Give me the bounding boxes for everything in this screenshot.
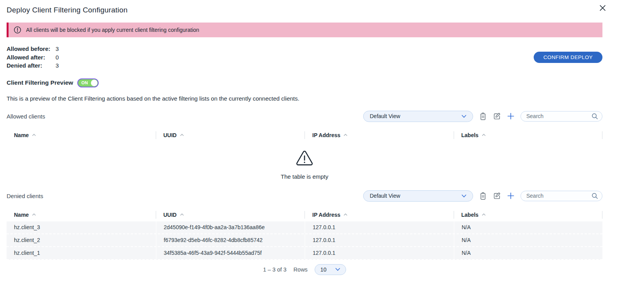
chevron-down-icon (461, 115, 466, 118)
close-icon[interactable] (599, 4, 607, 12)
stat-label: Allowed before: (7, 45, 56, 53)
chevron-down-icon (461, 194, 466, 198)
sort-caret-icon (343, 213, 348, 216)
edit-icon (493, 112, 501, 120)
sort-caret-icon (32, 134, 36, 136)
preview-toggle-label: Client Filtering Preview (7, 79, 73, 86)
cell-uuid: 2d45090e-f149-4f0b-aa2a-3a7b136aa86e (156, 221, 305, 233)
deploy-client-filtering-dialog: Deploy Client Filtering Configuration Al… (7, 0, 602, 275)
sort-caret-icon (343, 134, 348, 136)
trash-icon (479, 192, 487, 200)
preview-description: This is a preview of the Client Filterin… (7, 95, 602, 102)
alert-text: All clients will be blocked if you apply… (26, 27, 199, 33)
plus-icon (507, 113, 514, 120)
sort-caret-icon (32, 213, 36, 216)
column-header-ip[interactable]: IP Address (305, 211, 454, 219)
cell-ip: 127.0.0.1 (305, 234, 454, 246)
rows-per-page-label: Rows (294, 266, 308, 273)
cell-ip: 127.0.0.1 (305, 247, 454, 259)
pagination: 1 – 3 of 3 Rows 10 (7, 264, 602, 275)
stat-allowed-after: Allowed after: 0 (7, 53, 602, 62)
empty-table-text: The table is empty (7, 173, 602, 180)
sort-caret-icon (180, 134, 184, 136)
search-icon (592, 193, 598, 199)
page-range-label: 1 – 3 of 3 (263, 266, 286, 273)
alert-circle-icon (14, 26, 21, 34)
search-icon (592, 113, 598, 120)
add-view-button[interactable] (507, 192, 514, 199)
empty-table-state: The table is empty (7, 140, 602, 180)
edit-icon (493, 192, 501, 200)
chevron-down-icon (335, 268, 340, 271)
allowed-search-input[interactable] (526, 113, 592, 119)
stat-allowed-before: Allowed before: 3 (7, 45, 602, 53)
allowed-view-select[interactable]: Default View (363, 111, 473, 122)
rows-per-page-select[interactable]: 10 (315, 264, 346, 275)
client-filtering-preview-toggle[interactable]: ON (77, 78, 99, 87)
column-header-name[interactable]: Name (7, 131, 156, 139)
column-header-labels[interactable]: Labels (454, 211, 603, 219)
denied-clients-controls: Default View (363, 190, 602, 202)
edit-view-button[interactable] (493, 112, 501, 120)
table-row[interactable]: hz.client_1 34f5385a-46f5-43a9-942f-5444… (7, 247, 602, 260)
page-title: Deploy Client Filtering Configuration (7, 0, 602, 14)
warning-banner: All clients will be blocked if you apply… (7, 23, 602, 37)
allowed-search-box (520, 111, 602, 122)
stat-label: Denied after: (7, 61, 56, 70)
plus-icon (507, 192, 514, 199)
allowed-clients-controls: Default View (363, 111, 602, 122)
denied-clients-title: Denied clients (7, 193, 43, 199)
cell-ip: 127.0.0.1 (305, 221, 454, 233)
toggle-knob (91, 80, 97, 86)
stat-label: Allowed after: (7, 53, 56, 62)
client-filtering-preview-row: Client Filtering Preview ON (7, 78, 602, 87)
denied-search-input[interactable] (526, 193, 592, 199)
denied-clients-section-head: Denied clients Default View (7, 190, 602, 202)
view-select-value: Default View (370, 113, 400, 119)
cell-labels: N/A (454, 234, 603, 246)
delete-view-button[interactable] (479, 112, 487, 120)
cell-uuid: 34f5385a-46f5-43a9-942f-5444b55ad75f (156, 247, 305, 259)
column-header-labels[interactable]: Labels (454, 131, 603, 139)
warning-triangle-icon (296, 150, 313, 166)
table-row[interactable]: hz.client_2 f6793e92-d5eb-46fc-8282-4db8… (7, 234, 602, 247)
delete-view-button[interactable] (479, 192, 487, 200)
view-select-value: Default View (370, 193, 400, 199)
allowed-table-header: Name UUID IP Address Labels (7, 130, 602, 140)
stat-value: 3 (56, 45, 59, 53)
sort-caret-icon (482, 213, 486, 216)
sort-caret-icon (180, 213, 184, 216)
stat-value: 3 (56, 61, 59, 70)
cell-labels: N/A (454, 221, 603, 233)
stat-denied-after: Denied after: 3 (7, 61, 602, 70)
edit-view-button[interactable] (493, 192, 501, 200)
stats-block: Allowed before: 3 Allowed after: 0 Denie… (7, 45, 602, 70)
rows-per-page-value: 10 (320, 266, 327, 273)
confirm-deploy-button[interactable]: CONFIRM DEPLOY (534, 52, 602, 63)
cell-name: hz.client_1 (7, 247, 156, 259)
table-row[interactable]: hz.client_3 2d45090e-f149-4f0b-aa2a-3a7b… (7, 221, 602, 234)
allowed-clients-section-head: Allowed clients Default View (7, 111, 602, 122)
column-header-ip[interactable]: IP Address (305, 131, 454, 139)
cell-name: hz.client_3 (7, 221, 156, 233)
denied-view-select[interactable]: Default View (363, 190, 473, 202)
denied-table-body: hz.client_3 2d45090e-f149-4f0b-aa2a-3a7b… (7, 221, 602, 260)
cell-name: hz.client_2 (7, 234, 156, 246)
sort-caret-icon (482, 134, 486, 136)
trash-icon (479, 112, 487, 120)
toggle-state-label: ON (81, 80, 88, 85)
denied-table-header: Name UUID IP Address Labels (7, 210, 602, 220)
denied-search-box (520, 191, 602, 201)
cell-labels: N/A (454, 247, 603, 259)
stat-value: 0 (56, 53, 59, 62)
allowed-clients-title: Allowed clients (7, 113, 45, 120)
cell-uuid: f6793e92-d5eb-46fc-8282-4db8cfb85742 (156, 234, 305, 246)
column-header-uuid[interactable]: UUID (156, 211, 305, 219)
add-view-button[interactable] (507, 113, 514, 120)
column-header-name[interactable]: Name (7, 211, 156, 219)
column-header-uuid[interactable]: UUID (156, 131, 305, 139)
